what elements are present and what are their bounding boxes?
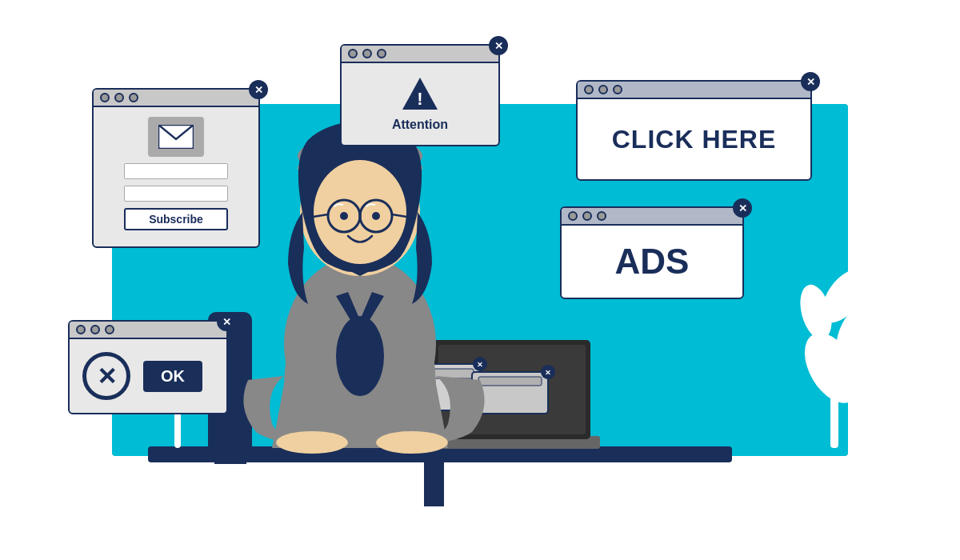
subscribe-close-button[interactable]: ✕ <box>249 80 268 99</box>
ok-titlebar <box>70 322 226 339</box>
clickhere-close-button[interactable]: ✕ <box>801 72 820 91</box>
attention-titlebar <box>342 46 498 63</box>
popup-subscribe: ✕ Subscribe <box>92 88 260 248</box>
mail-icon-box <box>148 117 204 157</box>
titlebar-dot <box>582 211 592 221</box>
titlebar-dot <box>584 85 594 94</box>
subscribe-input-2[interactable] <box>124 186 228 202</box>
attention-body: ! Attention <box>342 63 498 145</box>
ads-text[interactable]: ADS <box>615 242 690 282</box>
x-circle-icon: ✕ <box>82 352 130 400</box>
titlebar-dot <box>348 49 358 58</box>
titlebar-dot <box>597 211 606 221</box>
ads-body: ADS <box>562 226 742 298</box>
svg-point-19 <box>846 283 890 341</box>
mail-icon <box>158 125 194 149</box>
clickhere-titlebar <box>578 82 810 99</box>
titlebar-dot <box>568 211 578 221</box>
svg-point-20 <box>853 320 898 384</box>
subscribe-input-1[interactable] <box>124 163 228 179</box>
svg-text:!: ! <box>417 89 422 109</box>
titlebar-dot <box>76 325 86 334</box>
titlebar-dot <box>114 93 124 102</box>
titlebar-dot <box>129 93 138 102</box>
svg-rect-1 <box>424 462 444 506</box>
scene: ✕ ✕ <box>0 0 960 560</box>
subscribe-body: Subscribe <box>94 107 258 234</box>
ok-button[interactable]: OK <box>143 361 202 392</box>
ads-close-button[interactable]: ✕ <box>733 198 752 218</box>
warning-icon: ! <box>401 76 439 111</box>
ok-body: ✕ OK <box>70 339 226 413</box>
ok-close-button[interactable]: ✕ <box>217 312 236 331</box>
subscribe-button[interactable]: Subscribe <box>124 208 228 230</box>
ads-titlebar <box>562 208 742 226</box>
titlebar-dot <box>100 93 110 102</box>
titlebar-dot <box>90 325 100 334</box>
popup-attention: ✕ ! Attention <box>340 44 500 146</box>
attention-text: Attention <box>392 118 448 132</box>
popup-clickhere: ✕ CLICK HERE <box>576 80 812 181</box>
attention-close-button[interactable]: ✕ <box>489 36 508 55</box>
titlebar-dot <box>105 325 114 334</box>
titlebar-dot <box>377 49 386 58</box>
subscribe-titlebar <box>94 90 258 107</box>
popup-ads: ✕ ADS <box>560 206 744 299</box>
titlebar-dot <box>613 85 622 94</box>
popup-ok: ✕ ✕ OK <box>68 320 228 414</box>
clickhere-body: CLICK HERE <box>578 99 810 179</box>
titlebar-dot <box>362 49 372 58</box>
clickhere-text[interactable]: CLICK HERE <box>612 125 777 154</box>
titlebar-dot <box>598 85 608 94</box>
